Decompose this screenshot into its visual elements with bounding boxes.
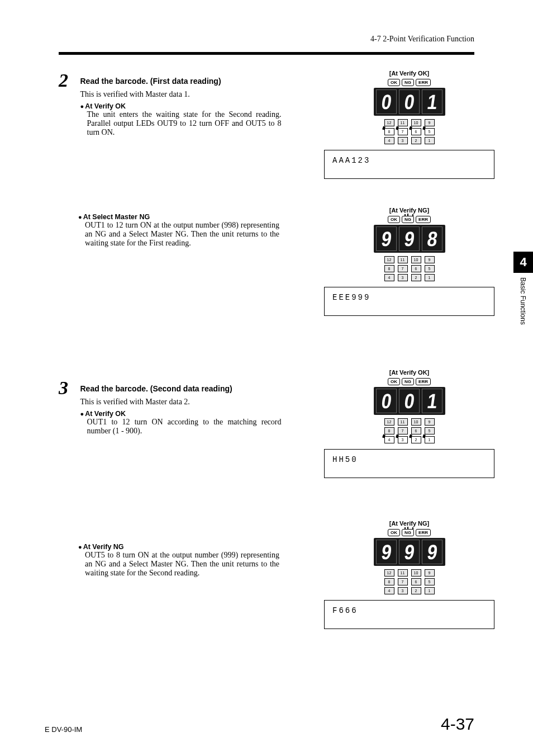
led-grid: 1211109 8765 4321 bbox=[382, 418, 437, 443]
device-display: OK NG ERR 0 0 1 1211109 8765 4321 bbox=[370, 378, 449, 443]
status-err: ERR bbox=[416, 529, 431, 536]
step-title: Read the barcode. (Second data reading) bbox=[80, 384, 282, 393]
led-grid: 1211109 8765 4321 bbox=[382, 256, 437, 281]
status-ok: OK bbox=[388, 216, 400, 223]
side-tab: 4 Basic Functions bbox=[513, 252, 533, 325]
display-caption: [At Verify NG] bbox=[324, 520, 494, 527]
display-caption: [At Verify OK] bbox=[324, 369, 494, 376]
header-section: 4-7 2-Point Verification Function bbox=[370, 35, 474, 44]
sub-body: OUT1 to 12 turn ON according to the matc… bbox=[87, 418, 282, 436]
sub-heading: At Verify OK bbox=[80, 410, 282, 418]
sub-body: The unit enters the waiting state for th… bbox=[87, 110, 282, 137]
output-value: HH50 bbox=[324, 449, 494, 478]
segment-display: 9 9 8 bbox=[374, 225, 445, 253]
chapter-number: 4 bbox=[513, 252, 533, 273]
display-caption: [At Verify NG] bbox=[324, 207, 494, 214]
sub-heading: At Select Master NG bbox=[78, 213, 279, 221]
segment-display: 9 9 9 bbox=[374, 538, 445, 566]
status-err: ERR bbox=[416, 216, 431, 223]
sub-heading: At Verify OK bbox=[80, 102, 282, 110]
status-ng: NG bbox=[402, 529, 414, 536]
step-title: Read the barcode. (First data reading) bbox=[80, 77, 282, 86]
step-number: 3 bbox=[59, 377, 78, 399]
sub-body: OUT1 to 12 turn ON at the output number … bbox=[85, 221, 279, 248]
status-ok: OK bbox=[388, 529, 400, 536]
output-value: EEE999 bbox=[324, 287, 494, 316]
status-err: ERR bbox=[416, 79, 431, 86]
led-grid: 1211109 8765 4321 bbox=[382, 569, 437, 594]
step-intro: This is verified with Master data 1. bbox=[80, 90, 282, 99]
status-ng: NG bbox=[402, 378, 414, 385]
segment-display: 0 0 1 bbox=[374, 387, 445, 415]
chapter-label: Basic Functions bbox=[519, 277, 527, 325]
device-display: OK NG ERR 0 0 1 1211109 8765 4321 bbox=[370, 79, 449, 144]
device-display: OK NG ERR 9 9 9 1211109 8765 4321 bbox=[370, 529, 449, 594]
page-number: 4-37 bbox=[441, 715, 474, 734]
step-number: 2 bbox=[59, 70, 78, 91]
output-value: AAA123 bbox=[324, 150, 494, 179]
status-ok: OK bbox=[388, 79, 400, 86]
sub-body: OUT5 to 8 turn ON at the output number (… bbox=[85, 551, 279, 578]
led-grid: 1211109 8765 4321 bbox=[382, 119, 437, 144]
status-ng: NG bbox=[402, 216, 414, 223]
output-value: F666 bbox=[324, 600, 494, 629]
step-intro: This is verified with Master data 2. bbox=[80, 398, 282, 407]
sub-heading: At Verify NG bbox=[78, 543, 279, 551]
device-display: OK NG ERR 9 9 8 1211109 8765 4321 bbox=[370, 216, 449, 281]
header-rule bbox=[59, 52, 474, 55]
status-ok: OK bbox=[388, 378, 400, 385]
doc-id: E DV-90-IM bbox=[45, 725, 82, 734]
status-ng: NG bbox=[402, 79, 414, 86]
display-caption: [At Verify OK] bbox=[324, 70, 494, 77]
status-err: ERR bbox=[416, 378, 431, 385]
segment-display: 0 0 1 bbox=[374, 88, 445, 116]
